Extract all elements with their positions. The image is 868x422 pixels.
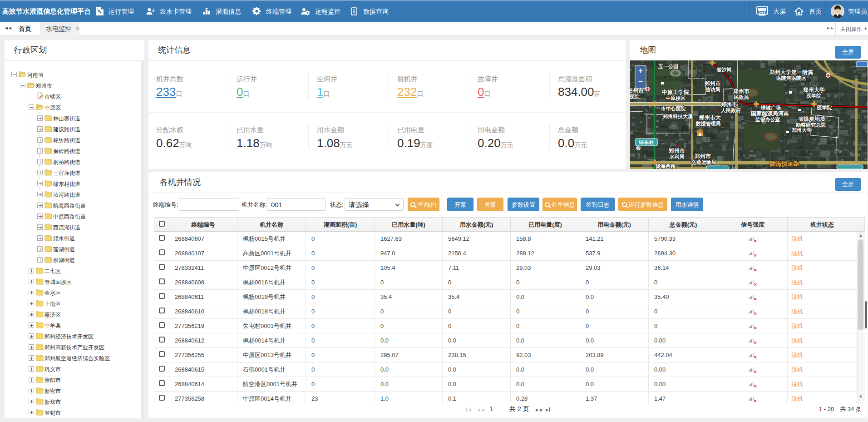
svg-text:医学院: 医学院 — [807, 93, 822, 99]
svg-text:郑州大学第一附属: 郑州大学第一附属 — [769, 69, 813, 75]
svg-text:省煤炭地质: 省煤炭地质 — [798, 116, 825, 122]
svg-text:中原工学院: 中原工学院 — [662, 89, 689, 95]
svg-text:林山寨街道办事处: 林山寨街道办事处 — [667, 128, 715, 134]
svg-text:郑州市: 郑州市 — [733, 88, 750, 94]
svg-text:郑州市大: 郑州市大 — [699, 114, 721, 121]
svg-text:五里堡街道办事处: 五里堡街道办事处 — [763, 63, 810, 70]
svg-text:医院河医院区: 医院河医院区 — [776, 75, 806, 81]
svg-text:郑州市: 郑州市 — [668, 148, 685, 154]
svg-text:碧沙岗: 碧沙岗 — [717, 67, 732, 72]
svg-text:绿城广场: 绿城广场 — [760, 105, 781, 110]
svg-text:民政局: 民政局 — [734, 94, 749, 100]
svg-text:中原西路街道办事处: 中原西路街道办事处 — [656, 75, 709, 82]
svg-text:陇海快速路: 陇海快速路 — [770, 160, 800, 167]
svg-text:绿东村: 绿东村 — [639, 139, 654, 145]
svg-text:水利局: 水利局 — [669, 154, 685, 159]
svg-text:中原校区: 中原校区 — [666, 95, 686, 101]
svg-text:市中心医院: 市中心医院 — [661, 105, 686, 111]
svg-text:郑州科技大厦: 郑州科技大厦 — [662, 114, 693, 119]
svg-text:交通运输局: 交通运输局 — [691, 159, 716, 165]
svg-text:人民政府: 人民政府 — [720, 108, 741, 114]
svg-text:医学院: 医学院 — [817, 104, 832, 110]
svg-text:医院: 医院 — [630, 94, 640, 99]
svg-text:信访局: 信访局 — [705, 87, 720, 92]
svg-text:郑州市: 郑州市 — [694, 153, 711, 159]
svg-text:郑州大学: 郑州大学 — [803, 87, 825, 93]
svg-text:数据管理局: 数据管理局 — [695, 121, 721, 126]
svg-text:国家能源局河南: 国家能源局河南 — [751, 110, 789, 117]
svg-text:郑州市: 郑州市 — [720, 101, 737, 108]
svg-text:陇海西路: 陇海西路 — [656, 164, 676, 169]
svg-text:道办事处: 道办事处 — [781, 132, 805, 139]
svg-text:五一公园: 五一公园 — [658, 64, 678, 69]
svg-text:监管办公室: 监管办公室 — [755, 117, 780, 122]
